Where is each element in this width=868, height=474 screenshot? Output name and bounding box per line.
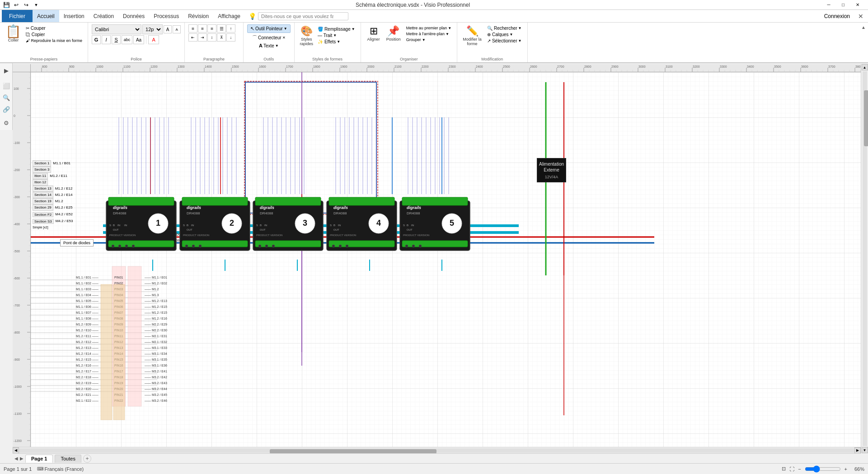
reproduire-button[interactable]: 🖌 Reproduire la mise en forme bbox=[24, 38, 84, 43]
strikethrough-button[interactable]: abc bbox=[122, 35, 132, 44]
svg-text:B: B bbox=[260, 224, 262, 227]
maximize-button[interactable]: □ bbox=[836, 1, 850, 9]
indent-inc-button[interactable]: ⇥ bbox=[198, 33, 207, 42]
rechercher-button[interactable]: 🔍 Rechercher ▼ bbox=[485, 25, 523, 31]
modifier-forme-button[interactable]: ✏️ Modifier laforme bbox=[461, 24, 483, 47]
undo-button[interactable]: ↩ bbox=[12, 0, 21, 9]
menu-accueil[interactable]: Accueil bbox=[33, 10, 59, 22]
selectionner-button[interactable]: ↗ Sélectionner ▼ bbox=[485, 38, 523, 44]
font-size-increase-button[interactable]: A bbox=[164, 25, 172, 33]
connecteur-button[interactable]: ⌒ Connecteur ✕ bbox=[250, 34, 287, 42]
qa-dropdown-button[interactable]: ▼ bbox=[32, 0, 41, 9]
alimentation-externe-box: Alimentation Externe 12V/4A bbox=[537, 158, 566, 182]
couper-button[interactable]: ✂ Couper bbox=[24, 25, 84, 31]
drawing-canvas[interactable]: Feeder Intellibox Feeder Booster bbox=[31, 72, 861, 453]
trait-button[interactable]: — Trait ▼ bbox=[316, 33, 357, 38]
device-2[interactable]: digrails DR4088 2 S B IN OUT PRODUCT VER… bbox=[178, 187, 252, 257]
underline-button[interactable]: S bbox=[112, 35, 121, 44]
status-fit-page-button[interactable]: ⊡ bbox=[782, 466, 786, 472]
aligner-button[interactable]: ⊞ Aligner bbox=[365, 24, 383, 42]
list-button[interactable]: ☰ bbox=[217, 24, 226, 33]
svg-rect-464 bbox=[329, 241, 394, 247]
zoom-range-input[interactable] bbox=[805, 466, 841, 472]
menu-revision[interactable]: Révision bbox=[183, 10, 213, 22]
menu-donnees[interactable]: Données bbox=[118, 10, 149, 22]
device-4[interactable]: digrails DR4088 4 S B IN OUT PRODUCT VER… bbox=[324, 187, 399, 257]
text-dir-button[interactable]: ⊼ bbox=[217, 33, 226, 42]
svg-text:-1000: -1000 bbox=[14, 385, 22, 388]
indent-dec-button[interactable]: ⇤ bbox=[188, 33, 197, 42]
close-button[interactable]: ✕ bbox=[851, 1, 864, 9]
connexion-button[interactable]: Connexion bbox=[819, 10, 855, 22]
save-button[interactable]: 💾 bbox=[2, 0, 11, 9]
align-right-button[interactable]: ≡ bbox=[207, 24, 216, 33]
copier-button[interactable]: ⿻ Copier bbox=[24, 32, 84, 37]
svg-text:1300: 1300 bbox=[178, 65, 185, 68]
redo-button[interactable]: ↪ bbox=[22, 0, 31, 9]
device-1[interactable]: digrails DR4088 1 S B IN OUT IN PRODUCT … bbox=[104, 187, 178, 257]
menu-affichage[interactable]: Affichage bbox=[213, 10, 245, 22]
line-spacing-button[interactable]: ↕ bbox=[207, 33, 216, 42]
styles-rapides-button[interactable]: 🎨 Stylesrapides bbox=[298, 24, 315, 47]
horizontal-scrollbar[interactable]: ◀ ▶ bbox=[13, 447, 861, 453]
device-3[interactable]: digrails DR4088 3 S B IN OUT PRODUCT VER… bbox=[251, 187, 325, 257]
page-tab-toutes[interactable]: Toutes bbox=[55, 455, 81, 463]
svg-point-428 bbox=[112, 245, 114, 247]
font-size-select[interactable]: 12pt bbox=[142, 24, 163, 34]
align-center-button[interactable]: ≡ bbox=[198, 24, 207, 33]
menu-creation[interactable]: Création bbox=[89, 10, 118, 22]
outil-pointeur-button[interactable]: ↖ Outil Pointeur ▼ bbox=[247, 24, 291, 33]
coller-button[interactable]: 📋 Coller bbox=[4, 24, 23, 43]
menu-processus[interactable]: Processus bbox=[149, 10, 183, 22]
minimize-button[interactable]: ─ bbox=[822, 1, 835, 9]
effets-button[interactable]: ✨ Effets ▼ bbox=[316, 39, 357, 45]
tab-nav-next[interactable]: ▶ bbox=[20, 456, 23, 461]
zoom-slider[interactable] bbox=[805, 466, 841, 472]
font-size-decrease-button[interactable]: A bbox=[173, 25, 181, 33]
remplissage-button[interactable]: 🪣 Remplissage ▼ bbox=[316, 26, 357, 32]
ribbon-collapse-button[interactable]: ▲ bbox=[859, 23, 868, 32]
tab-nav-prev[interactable]: ◀ bbox=[14, 456, 18, 461]
position-button[interactable]: 📌 Position bbox=[385, 24, 403, 42]
vtool-format-button[interactable]: ⚙ bbox=[1, 117, 12, 128]
svg-text:2400: 2400 bbox=[476, 65, 483, 68]
font-color-button[interactable]: A bbox=[148, 35, 159, 44]
menu-fichier[interactable]: Fichier bbox=[2, 10, 33, 22]
align-left-button[interactable]: ≡ bbox=[188, 24, 197, 33]
hscroll-thumb[interactable] bbox=[270, 449, 437, 454]
quick-access-toolbar: 💾 ↩ ↪ ▼ bbox=[2, 0, 41, 10]
italic-button[interactable]: I bbox=[102, 35, 111, 44]
ribbon-search-input[interactable] bbox=[261, 14, 333, 19]
hscroll-left-button[interactable]: ◀ bbox=[13, 447, 19, 454]
font-family-select[interactable]: Calibri bbox=[92, 24, 141, 34]
close-search-button[interactable]: ✕ bbox=[855, 10, 866, 22]
status-fullscreen-button[interactable]: ⛶ bbox=[789, 466, 794, 472]
add-page-button[interactable]: + bbox=[83, 455, 91, 463]
vtool-connect-button[interactable]: 🔗 bbox=[1, 104, 12, 115]
vtool-search-button[interactable]: 🔍 bbox=[1, 92, 12, 103]
calques-button[interactable]: ⊕ Calques ▼ bbox=[485, 32, 523, 37]
ribbon-search[interactable] bbox=[258, 12, 348, 20]
device-5[interactable]: digrails DR4088 5 S B IN OUT PRODUCT VER… bbox=[398, 187, 472, 257]
grouper-button[interactable]: Grouper ▼ bbox=[404, 37, 453, 42]
hscroll-right-button[interactable]: ▶ bbox=[854, 447, 861, 454]
vscroll-up-button[interactable]: ▲ bbox=[862, 64, 868, 70]
bullets-button[interactable]: ↓ bbox=[226, 33, 235, 42]
menu-insertion[interactable]: Insertion bbox=[59, 10, 89, 22]
mettre-arriere-plan-button[interactable]: Mettre à l'arrière-plan ▼ bbox=[404, 31, 453, 37]
vscroll-thumb[interactable] bbox=[864, 90, 868, 147]
vtool-shapes-button[interactable]: ⬜ bbox=[1, 80, 12, 91]
vertical-scrollbar[interactable]: ▲ ▼ bbox=[861, 64, 868, 453]
svg-rect-433 bbox=[182, 197, 248, 205]
texte-button[interactable]: A Texte ▼ bbox=[257, 42, 281, 49]
vscroll-down-button[interactable]: ▼ bbox=[862, 447, 868, 453]
zoom-out-button[interactable]: − bbox=[798, 466, 801, 472]
zoom-in-button[interactable]: + bbox=[845, 466, 847, 472]
page-tab-1[interactable]: Page 1 bbox=[25, 455, 53, 463]
mettre-premier-plan-button[interactable]: Mettre au premier plan ▼ bbox=[404, 25, 453, 31]
case-button[interactable]: Aa bbox=[133, 35, 144, 44]
text-size-up-button[interactable]: ↑ bbox=[226, 24, 235, 33]
ribbon: 📋 Coller ✂ Couper ⿻ Copier 🖌 Reproduire … bbox=[0, 23, 868, 63]
bold-button[interactable]: G bbox=[92, 35, 101, 44]
vtool-expand-button[interactable]: ▶ bbox=[1, 65, 12, 76]
